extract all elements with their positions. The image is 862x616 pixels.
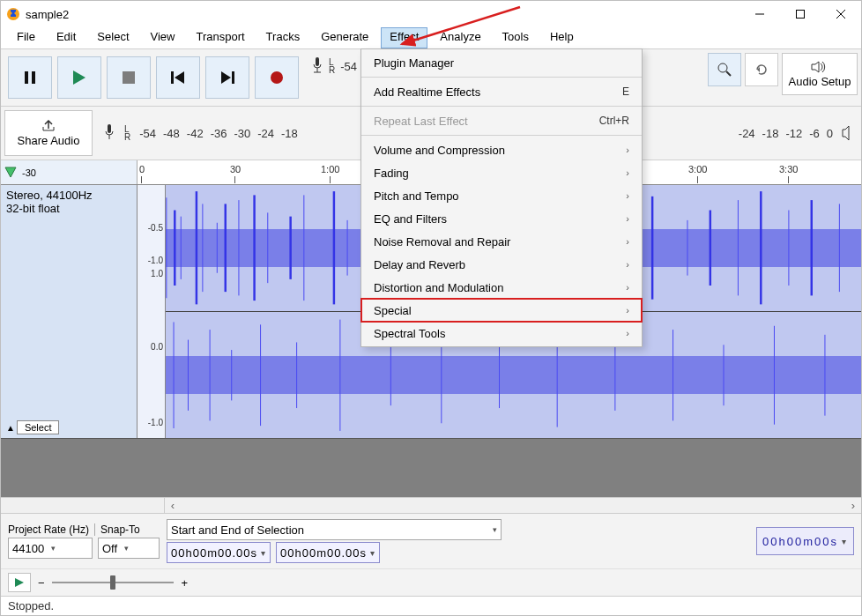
menu-view[interactable]: View xyxy=(142,27,184,48)
chevron-down-icon: ▾ xyxy=(124,544,129,553)
window-title: sample2 xyxy=(26,8,69,21)
zoom-tool-button[interactable] xyxy=(708,53,741,86)
svg-marker-11 xyxy=(221,71,231,84)
svg-marker-23 xyxy=(843,126,849,140)
plus-icon: + xyxy=(181,576,188,590)
chevron-down-icon: ▾ xyxy=(370,548,375,558)
svg-rect-14 xyxy=(316,57,319,66)
svg-rect-8 xyxy=(123,71,135,84)
selection-end-time[interactable]: 00h00m00.00s▾ xyxy=(276,542,380,563)
record-button[interactable] xyxy=(255,56,299,99)
play-button[interactable] xyxy=(57,56,101,99)
audio-setup-button[interactable]: Audio Setup xyxy=(782,53,858,95)
play-at-speed-toolbar: − + xyxy=(1,568,861,596)
track-select-button[interactable]: Select xyxy=(17,420,60,434)
menu-effect[interactable]: Effect xyxy=(381,27,427,48)
svg-marker-80 xyxy=(15,578,24,587)
menu-select[interactable]: Select xyxy=(88,27,137,48)
skip-end-button[interactable] xyxy=(205,56,249,99)
microphone-icon xyxy=(103,123,115,143)
speaker-icon xyxy=(842,123,854,143)
snap-to-label: Snap-To xyxy=(100,523,140,536)
undo-button[interactable] xyxy=(745,53,778,86)
menu-item-fading[interactable]: Fading› xyxy=(361,161,642,184)
svg-rect-12 xyxy=(232,71,234,84)
menu-generate[interactable]: Generate xyxy=(312,27,377,48)
stop-button[interactable] xyxy=(107,56,151,99)
chevron-right-icon: › xyxy=(626,213,629,224)
pause-button[interactable] xyxy=(8,56,52,99)
selection-start-time[interactable]: 00h00m00.00s▾ xyxy=(167,542,271,563)
menu-item-distortion[interactable]: Distortion and Modulation› xyxy=(361,276,642,299)
menu-item-add-realtime[interactable]: Add Realtime EffectsE xyxy=(361,80,642,103)
minus-icon: − xyxy=(38,576,45,590)
scroll-left-button[interactable]: ‹ xyxy=(165,499,181,512)
chevron-down-icon: ▾ xyxy=(842,537,848,546)
maximize-button[interactable] xyxy=(780,1,821,27)
menu-bar: File Edit Select View Transport Tracks G… xyxy=(1,27,861,48)
microphone-icon xyxy=(311,56,323,76)
menu-item-plugin-manager[interactable]: Plugin Manager xyxy=(361,51,642,74)
scroll-right-button[interactable]: › xyxy=(845,499,861,512)
chevron-right-icon: › xyxy=(626,282,629,293)
close-button[interactable] xyxy=(821,1,861,27)
snap-to-combo[interactable]: Off▾ xyxy=(98,538,160,559)
play-at-speed-button[interactable] xyxy=(8,573,31,592)
svg-point-13 xyxy=(271,71,283,84)
menu-analyze[interactable]: Analyze xyxy=(431,27,489,48)
playback-speed-slider[interactable]: − + xyxy=(38,575,188,590)
svg-marker-7 xyxy=(73,71,85,85)
menu-item-eq[interactable]: EQ and Filters› xyxy=(361,207,642,230)
chevron-right-icon: › xyxy=(626,167,629,178)
minimize-button[interactable] xyxy=(739,1,780,27)
menu-item-delay[interactable]: Delay and Reverb› xyxy=(361,253,642,276)
track-info[interactable]: Stereo, 44100Hz 32-bit float ▲ Select xyxy=(1,185,137,438)
menu-file[interactable]: File xyxy=(8,27,44,48)
app-logo-icon xyxy=(6,7,20,21)
menu-transport[interactable]: Transport xyxy=(187,27,253,48)
status-text: Stopped. xyxy=(8,599,54,612)
share-icon xyxy=(41,120,56,132)
svg-rect-9 xyxy=(171,71,174,84)
menu-item-volume[interactable]: Volume and Compression› xyxy=(361,138,642,161)
svg-rect-2 xyxy=(797,11,805,19)
menu-item-repeat-last: Repeat Last EffectCtrl+R xyxy=(361,109,642,132)
chevron-right-icon: › xyxy=(626,190,629,201)
svg-point-17 xyxy=(718,63,727,72)
menu-item-spectral[interactable]: Spectral Tools› xyxy=(361,322,642,345)
chevron-right-icon: › xyxy=(626,305,629,315)
project-rate-combo[interactable]: 44100▾ xyxy=(8,538,93,559)
chevron-down-icon: ▾ xyxy=(493,525,497,534)
chevron-right-icon: › xyxy=(626,259,629,270)
selection-type-combo[interactable]: Start and End of Selection▾ xyxy=(167,519,502,540)
svg-marker-24 xyxy=(5,167,16,177)
skip-start-button[interactable] xyxy=(156,56,200,99)
menu-tracks[interactable]: Tracks xyxy=(257,27,309,48)
menu-item-noise[interactable]: Noise Removal and Repair› xyxy=(361,230,642,253)
svg-line-18 xyxy=(726,71,731,76)
svg-rect-5 xyxy=(25,71,28,84)
selection-toolbar: Project Rate (Hz) Snap-To 44100▾ Off▾ St… xyxy=(1,513,861,568)
horizontal-scrollbar[interactable]: ‹ › xyxy=(1,497,861,513)
svg-marker-20 xyxy=(812,62,819,72)
status-bar: Stopped. xyxy=(1,596,861,615)
menu-edit[interactable]: Edit xyxy=(48,27,85,48)
collapse-icon[interactable]: ▲ xyxy=(6,423,15,433)
menu-tools[interactable]: Tools xyxy=(494,27,538,48)
empty-track-area[interactable] xyxy=(1,439,861,497)
chevron-right-icon: › xyxy=(626,236,629,247)
menu-item-special[interactable]: Special› xyxy=(361,299,642,322)
chevron-right-icon: › xyxy=(626,145,629,155)
svg-rect-21 xyxy=(108,124,111,133)
menu-help[interactable]: Help xyxy=(541,27,583,48)
effect-menu-dropdown: Plugin Manager Add Realtime EffectsE Rep… xyxy=(360,48,643,347)
share-audio-button[interactable]: Share Audio xyxy=(4,110,93,156)
playhead-icon[interactable] xyxy=(4,167,17,179)
svg-rect-6 xyxy=(32,71,35,84)
audio-position-time[interactable]: 00h00m00s▾ xyxy=(756,527,854,555)
speaker-icon xyxy=(811,61,829,73)
chevron-right-icon: › xyxy=(626,328,629,338)
menu-item-pitch[interactable]: Pitch and Tempo› xyxy=(361,184,642,207)
chevron-down-icon: ▾ xyxy=(51,544,56,553)
chevron-down-icon: ▾ xyxy=(261,548,266,558)
